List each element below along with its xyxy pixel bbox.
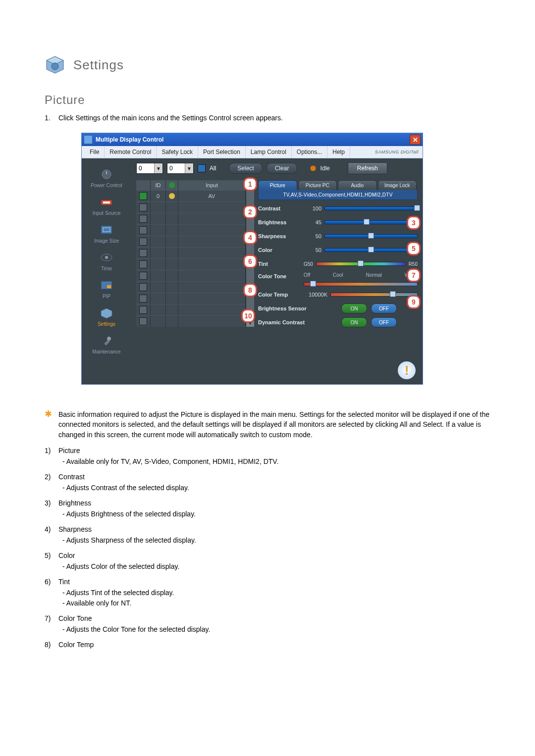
list-item: 3)Brightness <box>45 499 490 507</box>
sidebar-item-label: Image Size <box>94 238 119 244</box>
menu-lamp-control[interactable]: Lamp Control <box>246 146 292 158</box>
color-value: 50 <box>304 247 321 253</box>
table-row[interactable] <box>136 270 245 281</box>
tint-right: R50 <box>409 261 418 267</box>
brightness-sensor-on[interactable]: ON <box>341 303 367 313</box>
contrast-label: Contrast <box>258 205 301 211</box>
color-tone-label: Color Tone <box>258 273 301 279</box>
callout-3: 3 <box>407 216 421 230</box>
table-row[interactable] <box>136 236 245 247</box>
tint-row: Tint G50 R50 <box>258 258 418 269</box>
tab-image-lock[interactable]: Image Lock <box>378 180 417 190</box>
sidebar-time[interactable]: Time <box>82 245 131 272</box>
menu-options[interactable]: Options... <box>292 146 327 158</box>
table-row[interactable] <box>136 304 245 315</box>
chevron-down-icon: ▼ <box>185 163 193 173</box>
refresh-button[interactable]: Refresh <box>348 162 387 174</box>
sidebar-power-control[interactable]: Power Control <box>82 161 131 189</box>
color-temp-slider[interactable] <box>330 293 418 297</box>
color-temp-row: Color Temp 10000K <box>258 289 418 300</box>
status-dot-icon <box>310 165 316 171</box>
settings-icon <box>98 305 115 320</box>
table-row[interactable] <box>136 224 245 236</box>
note-text: Basic information required to adjust the… <box>58 409 490 440</box>
tint-left: G50 <box>304 261 313 267</box>
window-title: Multiple Display Control <box>96 136 410 143</box>
col-input: Input <box>178 180 245 190</box>
table-row[interactable]: 0 AV <box>136 190 245 202</box>
dynamic-contrast-off[interactable]: OFF <box>371 317 397 327</box>
settings-tabs: Picture Picture PC Audio Image Lock <box>258 180 418 190</box>
tab-picture-pc[interactable]: Picture PC <box>298 180 337 190</box>
monitor-grid: ID Input 0 AV <box>136 180 246 327</box>
sidebar-item-label: PIP <box>103 294 110 299</box>
brightness-sensor-off[interactable]: OFF <box>371 303 397 313</box>
sidebar-image-size[interactable]: Image Size <box>82 217 131 245</box>
contrast-value: 100 <box>304 205 321 211</box>
color-tone-row: Color Tone Off Cool Normal Warm <box>258 272 418 286</box>
select-button[interactable]: Select <box>229 163 262 174</box>
step-number: 1. <box>45 114 54 122</box>
tint-label: Tint <box>258 261 301 267</box>
menu-file[interactable]: File <box>85 146 105 158</box>
sidebar-item-label: Input Source <box>93 210 121 216</box>
source-line: TV,AV,S-Video,Component,HDMI1,HDMI2,DTV <box>258 190 418 200</box>
table-row[interactable] <box>136 202 245 213</box>
contrast-slider[interactable] <box>324 206 418 210</box>
brightness-slider[interactable] <box>324 220 418 224</box>
table-row[interactable] <box>136 281 245 293</box>
tint-slider[interactable] <box>316 262 406 266</box>
sidebar-input-source[interactable]: Input Source <box>82 189 131 217</box>
all-checkbox[interactable] <box>198 164 206 172</box>
close-button[interactable]: ✕ <box>410 135 421 145</box>
row-id: 0 <box>151 191 166 202</box>
color-tone-slider[interactable] <box>304 282 418 286</box>
warning-icon: ! <box>398 361 416 379</box>
brightness-label: Brightness <box>258 219 301 225</box>
row-input: AV <box>178 191 245 202</box>
svg-rect-6 <box>101 226 112 234</box>
table-row[interactable] <box>136 247 245 258</box>
tab-picture[interactable]: Picture <box>258 180 297 190</box>
table-row[interactable] <box>136 213 245 224</box>
tone-cool: Cool <box>333 272 343 280</box>
menu-remote-control[interactable]: Remote Control <box>105 146 157 158</box>
brightness-sensor-label: Brightness Sensor <box>258 305 318 311</box>
row-checkbox[interactable] <box>139 192 147 200</box>
image-size-icon <box>98 222 115 237</box>
sidebar-maintenance[interactable]: Maintenance <box>82 328 131 355</box>
row-status-icon <box>166 191 178 202</box>
dynamic-contrast-on[interactable]: ON <box>341 317 367 327</box>
chevron-down-icon: ▼ <box>154 163 162 173</box>
table-row[interactable] <box>136 258 245 270</box>
color-label: Color <box>258 247 301 253</box>
app-window: Multiple Display Control ✕ File Remote C… <box>81 133 423 385</box>
page-heading: Settings <box>45 54 490 75</box>
menu-port-selection[interactable]: Port Selection <box>198 146 246 158</box>
sidebar-settings[interactable]: Settings <box>82 300 131 328</box>
callout-10: 10 <box>241 309 255 323</box>
tone-normal: Normal <box>366 272 382 280</box>
list-item: 8)Color Temp <box>45 641 490 649</box>
menu-help[interactable]: Help <box>327 146 350 158</box>
svg-point-9 <box>105 256 108 259</box>
step-1: 1. Click Settings of the main icons and … <box>45 114 490 122</box>
sharpness-slider[interactable] <box>324 234 418 238</box>
table-row[interactable] <box>136 293 245 304</box>
main-area: 0▼ 0▼ All Select Clear Idle Refresh <box>131 158 423 356</box>
scrollbar[interactable]: ▲ ▼ <box>246 180 254 327</box>
sidebar-pip[interactable]: PIP <box>82 272 131 300</box>
power-icon <box>98 167 115 182</box>
id-to-dropdown[interactable]: 0▼ <box>167 163 194 174</box>
id-from-dropdown[interactable]: 0▼ <box>136 163 163 174</box>
all-label: All <box>210 165 216 172</box>
table-row[interactable] <box>136 315 245 327</box>
color-slider[interactable] <box>324 248 418 252</box>
sharpness-row: Sharpness 50 <box>258 231 418 242</box>
input-source-icon <box>98 195 115 209</box>
menu-safety-lock[interactable]: Safety Lock <box>157 146 198 158</box>
callout-6: 6 <box>243 254 257 268</box>
callout-8: 8 <box>243 283 257 297</box>
clear-button[interactable]: Clear <box>267 163 298 174</box>
tab-audio[interactable]: Audio <box>338 180 377 190</box>
